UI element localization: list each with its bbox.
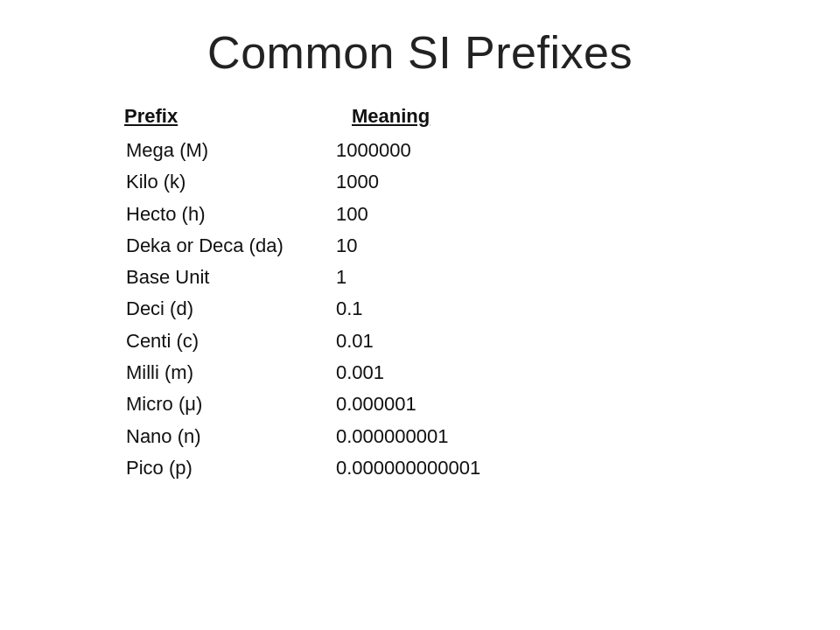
list-item: Base Unit1 xyxy=(126,262,788,293)
item-meaning-text: 1 xyxy=(336,262,476,293)
list-item: Pico (p)0.000000000001 xyxy=(126,452,788,484)
item-prefix-text: Pico (p) xyxy=(126,452,336,484)
list-item: Deka or Deca (da)10 xyxy=(126,230,788,262)
item-meaning-text: 0.000001 xyxy=(336,388,476,420)
list-item: Mega (M)1000000 xyxy=(126,135,788,166)
item-meaning-text: 0.000000001 xyxy=(336,421,476,452)
item-prefix-text: Hecto (h) xyxy=(126,199,336,230)
item-meaning-text: 0.000000000001 xyxy=(336,452,480,484)
item-prefix-text: Deci (d) xyxy=(126,293,336,325)
item-meaning-text: 10 xyxy=(336,230,476,262)
content-area: Prefix Meaning Mega (M)1000000Kilo (k)10… xyxy=(52,105,788,484)
item-prefix-text: Nano (n) xyxy=(126,421,336,452)
list-item: Kilo (k)1000 xyxy=(126,166,788,198)
prefix-list: Mega (M)1000000Kilo (k)1000Hecto (h)100D… xyxy=(105,135,788,484)
item-prefix-text: Kilo (k) xyxy=(126,166,336,198)
list-item: Hecto (h)100 xyxy=(126,199,788,230)
item-meaning-text: 0.001 xyxy=(336,357,476,388)
page-title: Common SI Prefixes xyxy=(207,26,633,79)
list-item: Centi (c)0.01 xyxy=(126,326,788,357)
item-meaning-text: 1000 xyxy=(336,166,476,198)
list-item: Milli (m)0.001 xyxy=(126,357,788,388)
table-header: Prefix Meaning xyxy=(105,105,788,128)
list-item: Micro (μ)0.000001 xyxy=(126,388,788,420)
item-prefix-text: Centi (c) xyxy=(126,326,336,357)
prefix-column-header: Prefix xyxy=(124,105,352,128)
item-meaning-text: 0.01 xyxy=(336,326,476,357)
list-item: Deci (d)0.1 xyxy=(126,293,788,325)
item-meaning-text: 100 xyxy=(336,199,476,230)
meaning-column-header: Meaning xyxy=(352,105,430,128)
item-meaning-text: 0.1 xyxy=(336,293,476,325)
item-prefix-text: Milli (m) xyxy=(126,357,336,388)
item-prefix-text: Base Unit xyxy=(126,262,336,293)
item-prefix-text: Micro (μ) xyxy=(126,388,336,420)
list-item: Nano (n)0.000000001 xyxy=(126,421,788,452)
item-meaning-text: 1000000 xyxy=(336,135,476,166)
item-prefix-text: Deka or Deca (da) xyxy=(126,230,336,262)
item-prefix-text: Mega (M) xyxy=(126,135,336,166)
